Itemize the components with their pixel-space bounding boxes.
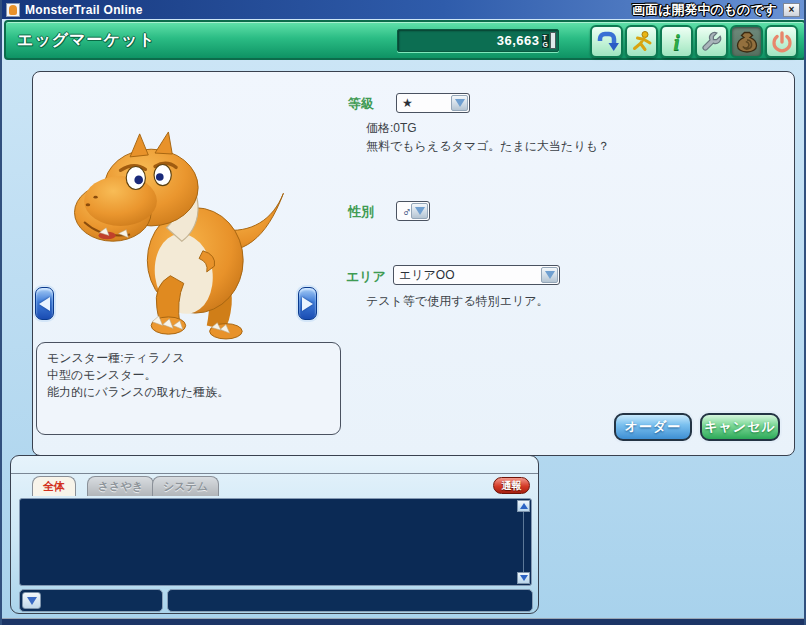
tab-whisper[interactable]: ささやき [87, 476, 154, 496]
money-bag-icon [735, 30, 759, 54]
runner-icon [630, 30, 654, 54]
toolbar: i [590, 25, 798, 58]
grade-label: 等級 [348, 95, 374, 113]
price-text: 価格:0TG [366, 120, 417, 137]
run-button[interactable] [625, 25, 658, 58]
channel-selector[interactable] [19, 589, 163, 612]
gender-select[interactable]: ♂ [396, 201, 430, 221]
scroll-up-button[interactable] [517, 500, 530, 512]
scroll-down-icon [520, 575, 528, 581]
grade-dropdown-arrow-icon[interactable] [451, 95, 468, 111]
chat-log [19, 498, 532, 586]
close-button[interactable]: × [783, 3, 800, 17]
tyranos-monster-icon [63, 127, 293, 342]
channel-dropdown-button[interactable] [22, 592, 41, 609]
chat-input[interactable] [167, 589, 533, 612]
money-value: 36,663 [497, 33, 540, 48]
next-monster-button[interactable] [298, 287, 317, 320]
money-display[interactable]: 36,663 T G [397, 29, 559, 52]
area-label: エリア [346, 268, 386, 286]
order-button[interactable]: オーダー [614, 413, 692, 441]
currency-tg-icon: T G [542, 34, 549, 48]
grade-description: 無料でもらえるタマゴ。たまに大当たりも？ [366, 138, 610, 155]
settings-button[interactable] [695, 25, 728, 58]
market-button[interactable] [730, 25, 763, 58]
scrollbar-track[interactable] [517, 512, 530, 572]
power-icon [770, 30, 794, 54]
page-title: エッグマーケット [17, 30, 156, 51]
chat-tab-bar: 全体 ささやき システム 通報 [11, 474, 538, 496]
scroll-up-icon [520, 503, 528, 509]
tab-system[interactable]: システム [152, 476, 219, 496]
grade-value: ★ [402, 96, 413, 110]
app-icon [6, 3, 20, 17]
wrench-icon [700, 30, 724, 54]
info-icon: i [673, 31, 680, 53]
prev-monster-button[interactable] [35, 287, 54, 320]
cancel-button[interactable]: キャンセル [700, 413, 780, 441]
gender-dropdown-arrow-icon[interactable] [411, 203, 428, 219]
chat-panel-header [11, 456, 538, 474]
money-caret [550, 32, 556, 49]
return-button[interactable] [590, 25, 623, 58]
gender-label: 性別 [348, 203, 374, 221]
arrow-right-icon [302, 297, 313, 311]
dev-notice-text: 画面は開発中のものです [632, 1, 777, 19]
title-bar: MonsterTrail Online 画面は開発中のものです × [2, 0, 804, 19]
monster-image [63, 127, 293, 342]
arrow-left-icon [39, 297, 50, 311]
monster-size-line: 中型のモンスター。 [47, 367, 330, 384]
area-description: テスト等で使用する特別エリア。 [366, 293, 549, 310]
grade-select[interactable]: ★ [396, 93, 470, 113]
chat-panel: 全体 ささやき システム 通報 [10, 455, 539, 614]
power-button[interactable] [765, 25, 798, 58]
market-header: エッグマーケット 36,663 T G i [4, 20, 806, 60]
egg-market-panel: モンスター種:ティラノス 中型のモンスター。 能力的にバランスの取れた種族。 等… [32, 71, 795, 456]
report-button[interactable]: 通報 [493, 477, 530, 494]
u-turn-arrow-icon [595, 30, 619, 54]
area-select[interactable]: エリアOO [393, 265, 560, 285]
monster-description-box: モンスター種:ティラノス 中型のモンスター。 能力的にバランスの取れた種族。 [36, 342, 341, 435]
monster-trait-line: 能力的にバランスの取れた種族。 [47, 384, 330, 401]
game-window: { "window": { "title": "MonsterTrail Onl… [0, 0, 806, 625]
info-button[interactable]: i [660, 25, 693, 58]
chat-scrollbar[interactable] [517, 500, 530, 584]
area-dropdown-arrow-icon[interactable] [541, 267, 558, 283]
tab-all[interactable]: 全体 [32, 476, 76, 496]
window-title: MonsterTrail Online [25, 3, 143, 17]
window-bottom-edge [2, 618, 804, 625]
area-value: エリアOO [399, 267, 455, 284]
scroll-down-button[interactable] [517, 572, 530, 584]
monster-species-line: モンスター種:ティラノス [47, 350, 330, 367]
